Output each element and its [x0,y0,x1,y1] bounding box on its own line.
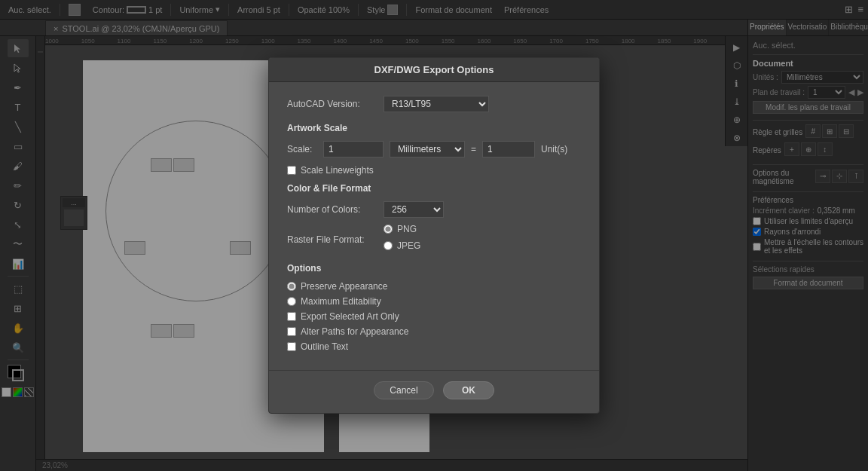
artwork-scale-header: Artwork Scale [287,123,581,133]
raster-options: PNG JPEG [384,224,420,255]
options-header: Options [287,263,581,274]
export-selected-checkbox[interactable] [287,312,296,321]
num-colors-select[interactable]: 2 8 16 256 [384,201,444,218]
outline-text-checkbox[interactable] [287,342,296,351]
scale-label: Scale: [287,144,317,154]
ok-button[interactable]: OK [443,381,494,399]
raster-format-row: Raster File Format: PNG JPEG [287,224,581,255]
alter-paths-label: Alter Paths for Appearance [301,326,408,337]
num-colors-row: Number of Colors: 2 8 16 256 [287,201,581,218]
preserve-appearance-row: Preserve Appearance [287,281,581,292]
autocad-version-label: AutoCAD Version: [287,99,377,109]
png-label: PNG [397,224,417,234]
jpeg-row: JPEG [384,240,420,251]
preserve-appearance-radio[interactable] [287,282,296,291]
scale-unit-select[interactable]: Millimeters Inches Centimeters Points Pi… [390,141,465,158]
units-label: Unit(s) [541,144,567,154]
dialog-footer: Cancel OK [269,370,599,413]
max-editability-row: Maximum Editability [287,296,581,307]
scale-lineweights-label: Scale Lineweights [301,165,374,176]
png-row: PNG [384,224,420,234]
max-editability-label: Maximum Editability [301,296,381,307]
dialog-body: AutoCAD Version: R13/LT95 R14/LT98 R2000… [269,82,599,370]
dxf-export-dialog: DXF/DWG Export Options AutoCAD Version: … [268,57,600,414]
export-selected-row: Export Selected Art Only [287,311,581,322]
num-colors-label: Number of Colors: [287,204,377,215]
outline-text-label: Outline Text [301,341,348,352]
autocad-version-select[interactable]: R13/LT95 R14/LT98 R2000 R2004 R2007 R201… [384,96,489,112]
scale-input-1[interactable] [323,141,384,158]
color-format-header: Color & File Format [287,183,581,194]
scale-lineweights-row: Scale Lineweights [287,165,581,176]
alter-paths-checkbox[interactable] [287,327,296,336]
raster-format-label: Raster File Format: [287,234,377,245]
export-selected-label: Export Selected Art Only [301,311,399,322]
scale-input-2[interactable] [482,141,535,158]
jpeg-label: JPEG [397,240,420,251]
autocad-version-row: AutoCAD Version: R13/LT95 R14/LT98 R2000… [287,96,581,112]
max-editability-radio[interactable] [287,297,296,306]
scale-lineweights-checkbox[interactable] [287,166,296,175]
equals-sign: = [471,144,476,154]
dialog-title: DXF/DWG Export Options [269,58,599,82]
cancel-button[interactable]: Cancel [374,381,434,399]
preserve-appearance-label: Preserve Appearance [301,281,387,292]
modal-overlay: DXF/DWG Export Options AutoCAD Version: … [0,0,868,471]
scale-row: Scale: Millimeters Inches Centimeters Po… [287,141,581,158]
outline-text-row: Outline Text [287,341,581,352]
jpeg-radio[interactable] [384,241,393,250]
alter-paths-row: Alter Paths for Appearance [287,326,581,337]
png-radio[interactable] [384,225,393,234]
